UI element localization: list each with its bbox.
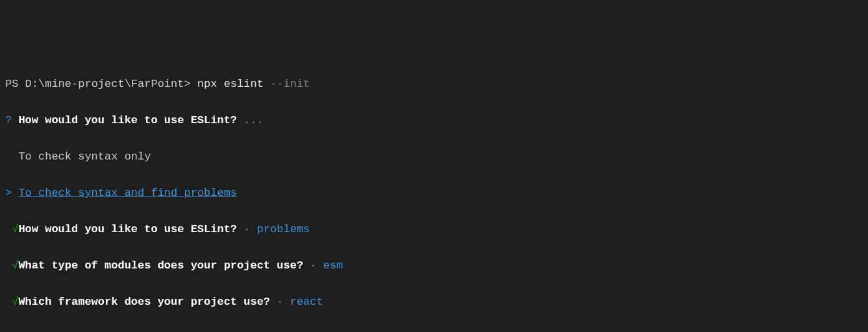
q-label: Which framework does your project use? [18,296,270,308]
question-mark-icon: ? [5,114,12,126]
q-label: How would you like to use ESLint? [18,223,237,235]
answered-framework: √Which framework does your project use? … [5,293,863,311]
question-text: How would you like to use ESLint? [12,114,243,126]
option-syntax-only[interactable]: To check syntax only [5,148,863,166]
ellipsis: ... [243,114,264,126]
command: npx eslint [197,78,270,90]
q-label: What type of modules does your project u… [18,259,303,272]
answered-typescript: √Does your project use TypeScript? · No … [5,329,863,332]
answered-use: √How would you like to use ESLint? · pro… [5,220,863,239]
answered-modules: √What type of modules does your project … [5,257,863,275]
ps-prefix: PS [5,78,25,90]
check-icon: √ [12,296,18,308]
bullet-icon: · [270,296,290,308]
bullet-icon: · [303,259,323,272]
q-answer: problems [257,223,310,235]
selection-arrow-icon: > [5,187,18,199]
question-prompt: ? How would you like to use ESLint? ... [5,112,863,130]
cwd-path: D:\mine-project\FarPoint> [25,78,197,90]
q-answer: esm [323,259,343,272]
bullet-icon: · [237,223,257,235]
prompt-line-1: PS D:\mine-project\FarPoint> npx eslint … [5,75,863,93]
option-label: To check syntax and find problems [18,187,237,199]
check-icon: √ [12,259,18,272]
command-flag: --init [270,78,310,90]
check-icon: √ [12,223,18,235]
option-syntax-problems[interactable]: > To check syntax and find problems [5,184,863,202]
q-answer: react [290,296,323,308]
